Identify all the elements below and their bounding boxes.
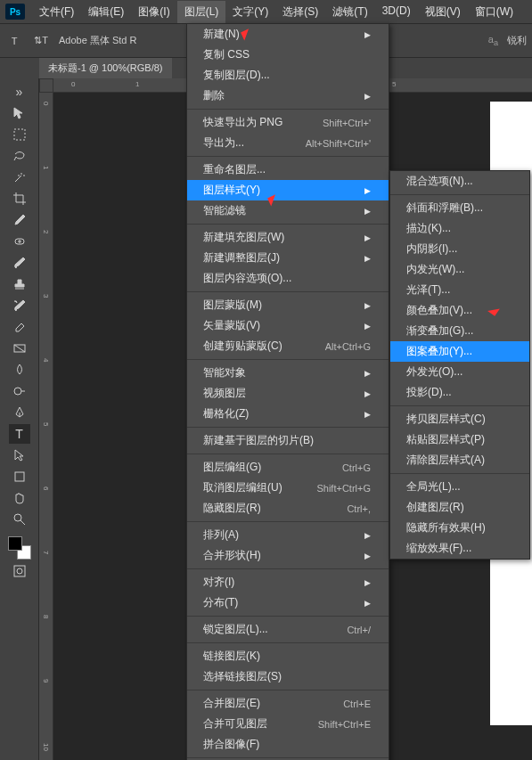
- color-swatch[interactable]: [8, 536, 31, 560]
- menu-item[interactable]: 创建剪贴蒙版(C)Alt+Ctrl+G: [187, 336, 389, 356]
- menubar-item[interactable]: 文字(Y): [225, 1, 275, 23]
- heal-tool[interactable]: [9, 232, 30, 251]
- menubar-item[interactable]: 3D(D): [375, 1, 418, 23]
- lasso-tool[interactable]: [9, 146, 30, 166]
- wand-tool[interactable]: [9, 168, 30, 187]
- document-tab[interactable]: 未标题-1 @ 100%(RGB/8): [39, 58, 172, 78]
- menu-item[interactable]: 新建调整图层(J)▶: [187, 248, 389, 268]
- zoom-tool[interactable]: [9, 510, 30, 529]
- menu-item[interactable]: 颜色叠加(V)...: [390, 300, 529, 321]
- menu-item[interactable]: 新建(N)▶: [187, 24, 389, 45]
- menu-item[interactable]: 拼合图像(F): [187, 734, 389, 755]
- menu-item[interactable]: 渐变叠加(G)...: [390, 321, 529, 341]
- menu-item[interactable]: 隐藏图层(R)Ctrl+,: [187, 498, 389, 519]
- menu-item[interactable]: 内发光(W)...: [390, 259, 529, 280]
- menu-separator: [390, 473, 529, 474]
- menu-item[interactable]: 取消图层编组(U)Shift+Ctrl+G: [187, 478, 389, 498]
- menubar-item[interactable]: 文件(F): [32, 1, 81, 23]
- menu-item[interactable]: 图层编组(G)Ctrl+G: [187, 457, 389, 478]
- menu-item[interactable]: 内阴影(I)...: [390, 239, 529, 259]
- eyedropper-tool[interactable]: [9, 210, 30, 230]
- brush-tool[interactable]: [9, 253, 30, 273]
- menu-item[interactable]: 智能对象▶: [187, 363, 389, 383]
- menu-item[interactable]: 外发光(O)...: [390, 362, 529, 382]
- dodge-tool[interactable]: [9, 381, 30, 401]
- move-tool[interactable]: [9, 103, 30, 123]
- menu-item[interactable]: 排列(A)▶: [187, 525, 389, 545]
- menu-separator: [187, 109, 389, 110]
- marquee-tool[interactable]: [9, 125, 30, 144]
- menu-item[interactable]: 合并可见图层Shift+Ctrl+E: [187, 714, 389, 734]
- menu-item[interactable]: 矢量蒙版(V)▶: [187, 315, 389, 336]
- menubar-item[interactable]: 滤镜(T): [325, 1, 374, 23]
- submenu-arrow-icon: ▶: [364, 30, 371, 39]
- font-selector[interactable]: Adobe 黑体 Std R: [59, 34, 148, 47]
- menu-item-label: 渐变叠加(G)...: [406, 323, 473, 339]
- foreground-color[interactable]: [8, 536, 22, 551]
- menu-item[interactable]: 删除▶: [187, 86, 389, 106]
- menu-item[interactable]: 新建填充图层(W)▶: [187, 227, 389, 248]
- menu-item[interactable]: 导出为...Alt+Shift+Ctrl+': [187, 133, 389, 153]
- menubar-item[interactable]: 图像(I): [131, 1, 176, 23]
- menubar-item[interactable]: 图层(L): [177, 1, 226, 23]
- menu-item[interactable]: 对齐(I)▶: [187, 572, 389, 592]
- menu-item-label: 创建图层(R): [406, 500, 464, 515]
- menu-item[interactable]: 全局光(L)...: [390, 477, 529, 497]
- menubar-item[interactable]: 视图(V): [418, 1, 468, 23]
- path-select-tool[interactable]: [9, 445, 30, 465]
- gradient-tool[interactable]: [9, 339, 30, 358]
- menu-item[interactable]: 投影(D)...: [390, 382, 529, 403]
- hand-tool[interactable]: [9, 488, 30, 508]
- toolbar: » T: [0, 78, 39, 760]
- menu-item-label: 隐藏图层(R): [203, 501, 261, 516]
- text-tool[interactable]: T: [9, 424, 30, 444]
- menu-item-label: 新建填充图层(W): [203, 230, 284, 245]
- menu-item[interactable]: 栅格化(Z)▶: [187, 404, 389, 424]
- menu-item[interactable]: 智能滤镜▶: [187, 200, 389, 221]
- crop-tool[interactable]: [9, 189, 30, 208]
- menu-item[interactable]: 复制图层(D)...: [187, 65, 389, 86]
- menu-item[interactable]: 粘贴图层样式(P): [390, 429, 529, 450]
- menu-shortcut: Alt+Ctrl+G: [325, 341, 371, 352]
- menu-item[interactable]: 选择链接图层(S): [187, 666, 389, 687]
- menu-item[interactable]: 复制 CSS: [187, 45, 389, 65]
- eraser-tool[interactable]: [9, 317, 30, 337]
- menubar-item[interactable]: 窗口(W): [468, 1, 520, 23]
- menu-item[interactable]: 链接图层(K): [187, 646, 389, 666]
- collapse-icon[interactable]: »: [9, 82, 30, 102]
- menu-item[interactable]: 分布(T)▶: [187, 592, 389, 613]
- menu-item[interactable]: 创建图层(R): [390, 497, 529, 518]
- menu-item-label: 新建调整图层(J): [203, 250, 280, 266]
- pen-tool[interactable]: [9, 403, 30, 422]
- menu-item[interactable]: 合并形状(H)▶: [187, 545, 389, 566]
- menu-item[interactable]: 描边(K)...: [390, 218, 529, 239]
- menu-item[interactable]: 清除图层样式(A): [390, 450, 529, 470]
- menu-item[interactable]: 新建基于图层的切片(B): [187, 430, 389, 451]
- menu-item[interactable]: 图层蒙版(M)▶: [187, 295, 389, 315]
- shape-tool[interactable]: [9, 467, 30, 486]
- menu-item[interactable]: 图案叠加(Y)...: [390, 341, 529, 362]
- menu-item[interactable]: 视频图层▶: [187, 383, 389, 404]
- menu-item[interactable]: 混合选项(N)...: [390, 171, 529, 192]
- menu-item[interactable]: 拷贝图层样式(C): [390, 409, 529, 429]
- menu-item[interactable]: 图层内容选项(O)...: [187, 268, 389, 289]
- menu-item[interactable]: 隐藏所有效果(H): [390, 518, 529, 538]
- menu-item[interactable]: 合并图层(E)Ctrl+E: [187, 693, 389, 714]
- menu-item[interactable]: 快速导出为 PNGShift+Ctrl+': [187, 112, 389, 133]
- orientation-icon[interactable]: ⇅T: [32, 32, 50, 50]
- menu-item[interactable]: 斜面和浮雕(B)...: [390, 198, 529, 218]
- menu-item[interactable]: 图层样式(Y)▶: [187, 180, 389, 200]
- menu-item-label: 投影(D)...: [406, 385, 452, 400]
- menu-item[interactable]: 锁定图层(L)...Ctrl+/: [187, 619, 389, 640]
- menu-item[interactable]: 光泽(T)...: [390, 280, 529, 300]
- history-brush-tool[interactable]: [9, 296, 30, 315]
- menu-item[interactable]: 重命名图层...: [187, 159, 389, 180]
- antialias-selector[interactable]: 锐利: [507, 34, 527, 47]
- stamp-tool[interactable]: [9, 274, 30, 294]
- quickmask-tool[interactable]: [9, 561, 30, 581]
- menubar-item[interactable]: 编辑(E): [81, 1, 131, 23]
- menubar-item[interactable]: 选择(S): [275, 1, 325, 23]
- submenu-arrow-icon: ▶: [364, 531, 371, 540]
- blur-tool[interactable]: [9, 360, 30, 380]
- menu-item[interactable]: 缩放效果(F)...: [390, 538, 529, 559]
